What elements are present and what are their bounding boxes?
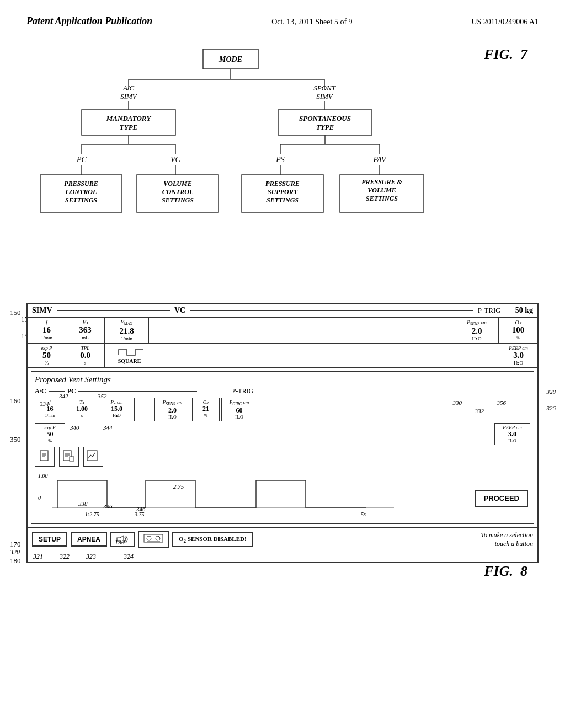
- doc-icon-3[interactable]: [83, 447, 103, 467]
- prop-p1-label: P₁ cm: [102, 399, 131, 405]
- ref-350: 350: [10, 435, 21, 444]
- expp-label: exp P: [32, 345, 61, 351]
- doc-icon-2[interactable]: [59, 447, 79, 467]
- o2-sensor-text: O2 SENSOR DISABLED!: [179, 536, 247, 542]
- prop-psens-label: PSENS cm: [158, 399, 187, 406]
- f-cell[interactable]: f 16 1/min: [28, 318, 66, 343]
- instruction-text: To make a selectiontouch a button: [481, 531, 533, 549]
- peep-cell[interactable]: PEEP cm 3.0 H₂O: [499, 344, 537, 367]
- prop-t1-cell[interactable]: T₁ 1.00 s: [67, 398, 97, 421]
- proposed-ptrig-label: P-TRIG: [232, 387, 254, 395]
- prop-p1-unit: H₂O: [102, 413, 131, 418]
- vmax-value: 21.8: [109, 326, 144, 336]
- v1-value: 363: [71, 325, 100, 335]
- svg-text:VOLUME: VOLUME: [163, 180, 191, 188]
- prop-o2-cell[interactable]: O₂ 21 %: [192, 398, 220, 421]
- v1-cell[interactable]: V₁ 363 mL: [66, 318, 105, 343]
- svg-rect-50: [40, 451, 48, 461]
- prop-pcirc-unit: H₂O: [225, 415, 254, 420]
- fig7-diagram: FIG. 7 MODE A/C SIMV SPONT SIMV MANDATOR…: [26, 44, 539, 297]
- cassette-icon: [143, 533, 163, 543]
- svg-text:CONTROL: CONTROL: [66, 188, 97, 196]
- prop-pcirc-cell[interactable]: PCIRC cm 60 H₂O: [221, 398, 257, 421]
- o2-cell[interactable]: O₂ 100 %: [499, 318, 537, 343]
- apnea-button[interactable]: APNEA: [71, 532, 107, 547]
- svg-rect-12: [82, 110, 175, 135]
- page-header: Patent Application Publication Oct. 13, …: [0, 0, 565, 27]
- proposed-ac-label: A/C: [35, 387, 46, 395]
- setup-button[interactable]: SETUP: [32, 532, 67, 547]
- vc-header-label: VC: [174, 306, 185, 315]
- svg-text:PC: PC: [76, 156, 87, 164]
- svg-text:MANDATORY: MANDATORY: [106, 114, 151, 122]
- prop-spacer2: [67, 423, 493, 445]
- ref-323: 323: [86, 553, 96, 561]
- proposed-title: Proposed Vent Settings: [35, 375, 530, 384]
- ref-160: 160: [10, 397, 21, 405]
- ref-190: 190: [115, 538, 125, 547]
- f-value: 16: [32, 325, 61, 335]
- cassette-icon-button[interactable]: [138, 531, 169, 548]
- prop-p1-cell[interactable]: P₁ cm 15.0 H₂O: [99, 398, 135, 421]
- svg-text:VC: VC: [170, 156, 181, 164]
- tpl-unit: s: [71, 360, 100, 366]
- svg-text:TYPE: TYPE: [316, 123, 334, 131]
- ref-338: 338: [78, 500, 88, 507]
- svg-text:SIMV: SIMV: [120, 92, 138, 100]
- ref-346: 346: [136, 506, 146, 512]
- svg-text:SUPPORT: SUPPORT: [268, 188, 298, 196]
- ref-342: 342: [59, 393, 68, 399]
- waveform-graph: 1.00 0 1:2.75 3.75 5s 2.75: [35, 469, 530, 518]
- ref-334: 334: [40, 400, 49, 407]
- document-icon: [39, 450, 50, 463]
- doc-icon-1[interactable]: [35, 447, 55, 467]
- svg-text:2.75: 2.75: [173, 483, 184, 490]
- prop-o2-unit: %: [195, 413, 216, 418]
- svg-rect-59: [87, 451, 97, 461]
- vmax-cell[interactable]: VMAX 21.8 1/min: [105, 318, 149, 343]
- expp-value: 50: [32, 351, 61, 360]
- f-label: f: [32, 319, 61, 325]
- o2-value: 100: [503, 325, 533, 335]
- tpl-cell[interactable]: TPL 0.0 s: [66, 344, 105, 367]
- document-edit-icon: [63, 450, 75, 463]
- o2-unit: %: [503, 335, 533, 340]
- graph-area: 1.00 0 1:2.75 3.75 5s 2.75: [35, 469, 530, 518]
- bottom-buttons-row: SETUP APNEA: [28, 527, 537, 552]
- svg-text:TYPE: TYPE: [120, 123, 138, 131]
- main-content: FIG. 7 MODE A/C SIMV SPONT SIMV MANDATOR…: [0, 27, 565, 563]
- prop-pcirc-label: PCIRC cm: [225, 399, 254, 406]
- svg-point-69: [147, 536, 151, 540]
- prop-peep-label: PEEP cm: [498, 425, 527, 430]
- ref-180: 180: [10, 556, 21, 565]
- psens-cell[interactable]: PSENS cm 2.0 H₂O: [455, 318, 499, 343]
- prop-psens-cell[interactable]: PSENS cm 2.0 H₂O: [154, 398, 190, 421]
- proceed-button-container: PROCEED: [475, 490, 528, 507]
- data-row-2: exp P 50 % TPL 0.0 s SQUARE: [28, 344, 537, 368]
- prop-expp-unit: %: [38, 438, 62, 443]
- svg-text:MODE: MODE: [218, 55, 242, 63]
- svg-rect-58: [70, 457, 74, 461]
- svg-text:PAV: PAV: [372, 156, 387, 164]
- psens-unit: H₂O: [460, 336, 494, 341]
- proposed-settings-section: Proposed Vent Settings A/C PC P-TRIG f 1…: [31, 371, 534, 524]
- o2-sensor-disabled[interactable]: O2 SENSOR DISABLED!: [172, 532, 253, 547]
- prop-t1-unit: s: [70, 413, 94, 418]
- svg-text:1:2.75: 1:2.75: [85, 511, 99, 517]
- tpl-label: TPL: [71, 345, 100, 351]
- wave-cell[interactable]: SQUARE: [105, 344, 154, 367]
- expp-cell[interactable]: exp P 50 %: [28, 344, 66, 367]
- ptrig-header-label: P-TRIG: [478, 306, 501, 315]
- ref-150: 150: [10, 308, 21, 317]
- prop-peep-cell[interactable]: PEEP cm 3.0 H₂O: [494, 423, 530, 445]
- svg-text:SETTINGS: SETTINGS: [162, 196, 194, 204]
- prop-expp-value: 50: [38, 430, 62, 438]
- ref-326: 326: [547, 405, 556, 411]
- prop-t1-label: T₁: [70, 399, 94, 405]
- proceed-button[interactable]: PROCEED: [475, 490, 528, 507]
- prop-expp-cell[interactable]: exp P 50 %: [35, 423, 65, 445]
- svg-text:VOLUME: VOLUME: [367, 186, 396, 194]
- ref-328: 328: [547, 388, 556, 395]
- ref-352: 352: [98, 393, 107, 399]
- psens-value: 2.0: [460, 326, 494, 336]
